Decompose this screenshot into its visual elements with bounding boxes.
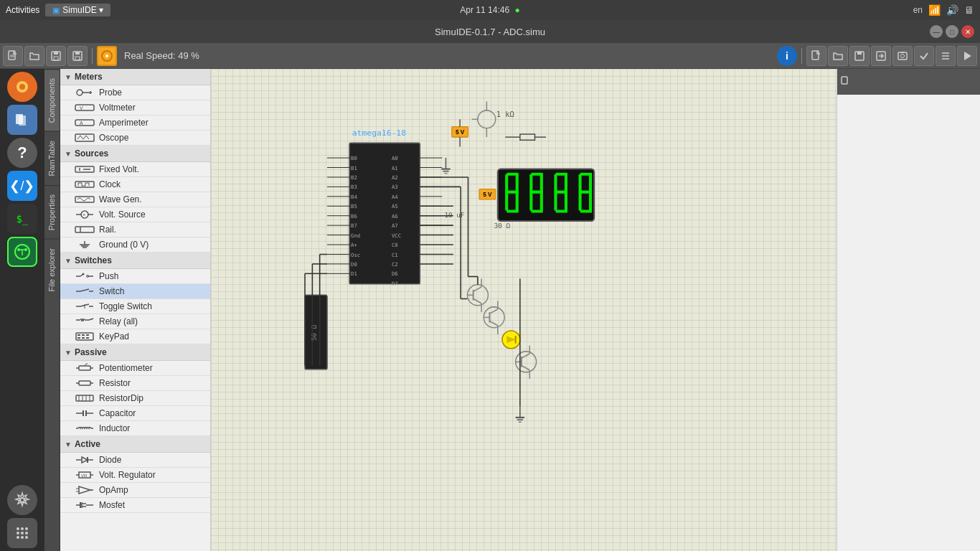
relay-icon: [75, 316, 95, 326]
window-controls[interactable]: — □ ✕: [930, 25, 974, 38]
comp-capacitor[interactable]: Capacitor: [60, 406, 210, 421]
volume-icon: 🔊: [946, 4, 958, 16]
files-icon[interactable]: [7, 105, 37, 135]
open-file-button[interactable]: [24, 46, 44, 66]
svg-line-73: [80, 289, 89, 291]
svg-rect-198: [505, 192, 508, 211]
svg-rect-61: [75, 227, 94, 232]
comp-resistordip[interactable]: ResistorDip: [60, 391, 210, 406]
comp-ground[interactable]: Ground (0 V): [60, 237, 210, 253]
comp-inductor[interactable]: Inductor: [60, 421, 210, 436]
system-topbar: Activities ▣ SimuIDE ▾ Apr 11 14:46 ● en…: [0, 0, 980, 20]
minimize-button[interactable]: —: [930, 25, 943, 38]
info-button[interactable]: i: [777, 46, 797, 66]
section-passive[interactable]: ▼ Passive: [60, 344, 210, 361]
close-button[interactable]: ✕: [961, 25, 974, 38]
section-active[interactable]: ▼ Active: [60, 436, 210, 453]
comp-push[interactable]: Push: [60, 269, 210, 284]
comp-diode[interactable]: Diode: [60, 453, 210, 468]
svg-text:A+: A+: [351, 242, 357, 248]
save-as-button[interactable]: +: [67, 46, 88, 66]
svg-rect-200: [507, 209, 519, 212]
settings-icon[interactable]: [7, 485, 37, 515]
rp-new-button[interactable]: [840, 76, 850, 88]
comp-fixed-volt[interactable]: Fixed Volt.: [60, 162, 210, 177]
svg-text:VCC: VCC: [392, 232, 401, 239]
svg-text:VR: VR: [81, 474, 88, 478]
help-icon[interactable]: ?: [7, 138, 37, 168]
comp-switch[interactable]: Switch: [60, 284, 210, 299]
vtab-properties[interactable]: Properties: [44, 185, 60, 239]
svg-text:B5: B5: [351, 203, 357, 209]
comp-voltmeter[interactable]: V Voltmeter: [60, 100, 210, 116]
inductor-icon: [75, 423, 95, 433]
svg-rect-4: [54, 52, 58, 55]
comp-clock[interactable]: Clock: [60, 177, 210, 192]
svg-point-39: [21, 532, 24, 534]
vtab-ramtable[interactable]: RamTable: [44, 131, 60, 185]
mosfet-icon: [75, 500, 95, 510]
activities-button[interactable]: Activities: [6, 5, 39, 15]
play-button[interactable]: [957, 46, 977, 66]
save-circuit-button[interactable]: [849, 46, 870, 66]
comp-resistor[interactable]: Resistor: [60, 376, 210, 391]
svg-point-44: [77, 90, 83, 95]
comp-opamp[interactable]: OpAmp: [60, 483, 210, 498]
save-file-button[interactable]: [46, 46, 66, 66]
list-button[interactable]: [936, 46, 956, 66]
svg-rect-85: [86, 334, 89, 336]
vscode-icon[interactable]: ❮/❯: [7, 171, 37, 201]
comp-wave-gen[interactable]: Wave Gen.: [60, 192, 210, 207]
apps-icon[interactable]: [7, 518, 37, 548]
meters-label: Meters: [75, 72, 103, 82]
svg-rect-206: [540, 192, 543, 211]
comp-volt-regulator[interactable]: VR Volt. Regulator: [60, 468, 210, 483]
comp-oscope[interactable]: Oscope: [60, 131, 210, 146]
section-sources[interactable]: ▼ Sources: [60, 146, 210, 162]
svg-line-247: [489, 309, 497, 314]
svg-rect-202: [529, 174, 532, 193]
check-button[interactable]: [914, 46, 934, 66]
comp-keypad[interactable]: KeyPad: [60, 329, 210, 344]
comp-rail[interactable]: Rail.: [60, 222, 210, 237]
maximize-button[interactable]: □: [946, 25, 958, 38]
comp-relay[interactable]: Relay (all): [60, 314, 210, 329]
vtab-components[interactable]: Components: [44, 69, 60, 131]
svg-marker-116: [79, 486, 90, 494]
comp-toggle-switch[interactable]: Toggle Switch: [60, 299, 210, 314]
section-switches[interactable]: ▼ Switches: [60, 253, 210, 269]
section-meters[interactable]: ▼ Meters: [60, 69, 210, 85]
amperimeter-icon: A: [75, 118, 95, 128]
svg-text:D6: D6: [392, 270, 398, 277]
firefox-icon[interactable]: [7, 72, 37, 102]
new-file-button[interactable]: [3, 46, 23, 66]
svg-rect-214: [555, 209, 567, 212]
svg-rect-90: [79, 366, 90, 370]
vtab-file-explorer[interactable]: File explorer: [44, 239, 60, 301]
comp-mosfet[interactable]: Mosfet: [60, 498, 210, 513]
svg-rect-220: [589, 192, 592, 211]
circuit-canvas[interactable]: atmega16-18 B0 B1 B2 B3 B4 B5 B6 B7 Gnd: [211, 69, 837, 551]
comp-potentiometer[interactable]: Potentiometer: [60, 361, 210, 376]
speed-label: Real Speed: 49 %: [124, 50, 199, 61]
svg-text:A1: A1: [392, 165, 398, 171]
screenshot-button[interactable]: [892, 46, 913, 66]
new-circuit-button[interactable]: [806, 46, 826, 66]
oscope-icon: [75, 133, 95, 143]
svg-rect-95: [79, 381, 90, 385]
active-label: Active: [75, 439, 100, 449]
terminal-icon[interactable]: $_: [7, 204, 37, 234]
comp-probe[interactable]: Probe: [60, 85, 210, 100]
open-circuit-button[interactable]: [828, 46, 848, 66]
active-arrow: ▼: [65, 441, 72, 448]
comp-amperimeter[interactable]: A Amperimeter: [60, 116, 210, 131]
simulide-icon[interactable]: [7, 237, 37, 267]
app-tab[interactable]: ▣ SimuIDE ▾: [45, 4, 110, 17]
svg-rect-84: [82, 334, 85, 336]
comp-volt-source[interactable]: + Volt. Source: [60, 207, 210, 222]
svg-text:A5: A5: [392, 203, 398, 209]
system-dock: ? ❮/❯ $_: [0, 69, 44, 551]
svg-text:B4: B4: [351, 194, 357, 200]
export-circuit-button[interactable]: [871, 46, 891, 66]
circuit-diagram: atmega16-18 B0 B1 B2 B3 B4 B5 B6 B7 Gnd: [211, 69, 837, 551]
